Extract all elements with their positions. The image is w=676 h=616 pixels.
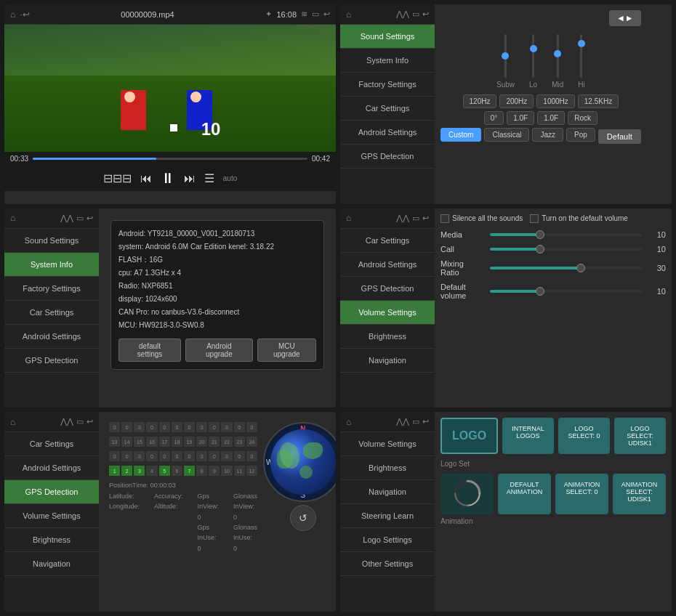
freq-120hz[interactable]: 120Hz [463, 94, 497, 108]
home-icon4[interactable]: ⌂ [346, 213, 351, 223]
gps-brightness[interactable]: Brightness [4, 528, 99, 552]
equalizer-icon[interactable]: ⊟⊟⊟ [103, 171, 132, 185]
home-icon[interactable]: ⌂ [10, 9, 15, 20]
play-pause-button[interactable]: ⏸ [161, 170, 175, 187]
eq-mid-handle[interactable] [554, 50, 561, 57]
freq-12khz[interactable]: 12.5KHz [578, 94, 619, 108]
media-handle[interactable] [536, 230, 544, 239]
up-icon[interactable]: ⋀⋀ [396, 9, 409, 19]
eq-subw-handle[interactable] [502, 52, 509, 60]
mcu-upgrade-btn[interactable]: MCU upgrade [257, 339, 316, 362]
si-car-settings[interactable]: Car Settings [4, 301, 99, 325]
default-button[interactable]: Default [598, 129, 641, 144]
window4-icon[interactable]: ▭ [412, 214, 419, 223]
gps-navigation[interactable]: Navigation [4, 552, 99, 576]
gps-car-settings[interactable]: Car Settings [4, 432, 99, 456]
anim-default[interactable]: DEFAULT ANIMATION [498, 474, 551, 514]
call-slider[interactable] [490, 248, 642, 251]
gps-volume-settings[interactable]: Volume Settings [4, 504, 99, 528]
silence-checkbox-label[interactable]: Silence all the sounds [440, 214, 523, 223]
logo-select-0[interactable]: LOGO SELECT: 0 [558, 418, 610, 454]
android-upgrade-btn[interactable]: Android upgrade [185, 339, 253, 362]
sidebar-factory-settings[interactable]: Factory Settings [340, 73, 435, 97]
window3-icon[interactable]: ▭ [76, 214, 84, 223]
logo-main-item[interactable]: LOGO [440, 418, 498, 454]
si-factory-settings[interactable]: Factory Settings [4, 277, 99, 301]
la-navigation[interactable]: Navigation [340, 480, 435, 504]
back5-icon[interactable]: ↩ [86, 417, 93, 426]
phase-1f-2[interactable]: 1.0F [537, 111, 565, 125]
vs-gps-detection[interactable]: GPS Detection [340, 277, 435, 301]
sidebar-system-info[interactable]: System Info [340, 49, 435, 73]
preset-pop[interactable]: Pop [566, 128, 595, 142]
la-logo-settings[interactable]: Logo Settings [340, 528, 435, 552]
up-icon6[interactable]: ⋀⋀ [396, 417, 409, 426]
la-other-settings[interactable]: Other Settings [340, 552, 435, 576]
phase-rock[interactable]: Rock [568, 111, 597, 125]
window-icon[interactable]: ▭ [312, 9, 319, 19]
defvol-handle[interactable] [536, 287, 544, 296]
si-gps-detection[interactable]: GPS Detection [4, 349, 99, 373]
si-system-info[interactable]: System Info [4, 253, 99, 277]
logo-select-udisk1[interactable]: LOGO SELECT: UDISK1 [614, 418, 666, 454]
back3-icon[interactable]: ↩ [86, 214, 93, 223]
home-icon5[interactable]: ⌂ [10, 417, 15, 427]
up-icon5[interactable]: ⋀⋀ [60, 417, 73, 426]
eq-hi-handle[interactable] [578, 40, 585, 47]
vs-car-settings[interactable]: Car Settings [340, 229, 435, 253]
gps-refresh-button[interactable]: ↺ [290, 505, 316, 531]
eq-lo-handle[interactable] [530, 45, 537, 52]
home-icon3[interactable]: ⌂ [10, 213, 15, 223]
anim-select-0[interactable]: ANIMATION SELECT: 0 [555, 474, 608, 514]
freq-1000hz[interactable]: 1000Hz [536, 94, 574, 108]
defvol-slider[interactable] [490, 290, 642, 293]
back6-icon[interactable]: ↩ [422, 417, 429, 426]
back4-icon[interactable]: ↩ [422, 214, 429, 223]
silence-checkbox[interactable] [440, 214, 449, 223]
home-icon6[interactable]: ⌂ [346, 417, 351, 427]
la-steering-learn[interactable]: Steering Learn [340, 504, 435, 528]
si-sound-settings[interactable]: Sound Settings [4, 229, 99, 253]
vs-android-settings[interactable]: Android Settings [340, 253, 435, 277]
default-settings-btn[interactable]: default settings [118, 339, 181, 362]
sidebar-android-settings[interactable]: Android Settings [340, 121, 435, 145]
phase-1f-1[interactable]: 1.0F [507, 111, 534, 125]
anim-select-udisk1[interactable]: ANIMATION SELECT: UDISK1 [613, 474, 666, 514]
mixing-handle[interactable] [576, 264, 585, 272]
media-slider[interactable] [490, 233, 642, 236]
back-nav-icon[interactable]: ↩ [323, 9, 330, 19]
window2-icon[interactable]: ▭ [412, 9, 419, 19]
gps-android-settings[interactable]: Android Settings [4, 456, 99, 480]
next-button[interactable]: ⏭ [184, 172, 196, 185]
sidebar-gps-detection[interactable]: GPS Detection [340, 145, 435, 169]
arrows-button[interactable]: ◄► [609, 10, 641, 26]
prev-button[interactable]: ⏮ [140, 172, 152, 185]
gps-detection-item[interactable]: GPS Detection [4, 480, 99, 504]
vs-brightness[interactable]: Brightness [340, 325, 435, 349]
window6-icon[interactable]: ▭ [412, 417, 419, 426]
freq-200hz[interactable]: 200Hz [499, 94, 534, 108]
logo-internal[interactable]: INTERNAL LOGOS [502, 418, 554, 454]
si-android-settings[interactable]: Android Settings [4, 325, 99, 349]
la-brightness[interactable]: Brightness [340, 456, 435, 480]
window5-icon[interactable]: ▭ [76, 417, 84, 426]
sidebar-sound-settings[interactable]: Sound Settings [340, 25, 435, 49]
preset-classical[interactable]: Classical [484, 128, 529, 142]
sidebar-car-settings[interactable]: Car Settings [340, 97, 435, 121]
mixing-slider[interactable] [490, 267, 642, 270]
phase-0[interactable]: 0° [484, 111, 504, 125]
back-icon[interactable]: ·↩ [20, 9, 29, 20]
default-vol-checkbox[interactable] [530, 214, 539, 223]
vs-navigation[interactable]: Navigation [340, 349, 435, 373]
home-icon2[interactable]: ⌂ [346, 9, 351, 20]
preset-custom[interactable]: Custom [440, 128, 481, 142]
call-handle[interactable] [536, 245, 544, 254]
vs-volume-settings[interactable]: Volume Settings [340, 301, 435, 325]
progress-bar[interactable] [33, 158, 307, 160]
back2-icon[interactable]: ↩ [422, 9, 429, 19]
default-vol-checkbox-label[interactable]: Turn on the default volume [530, 214, 628, 223]
up-icon3[interactable]: ⋀⋀ [60, 214, 73, 223]
up-icon4[interactable]: ⋀⋀ [396, 214, 409, 223]
anim-spinner-item[interactable] [440, 474, 494, 514]
preset-jazz[interactable]: Jazz [532, 128, 563, 142]
